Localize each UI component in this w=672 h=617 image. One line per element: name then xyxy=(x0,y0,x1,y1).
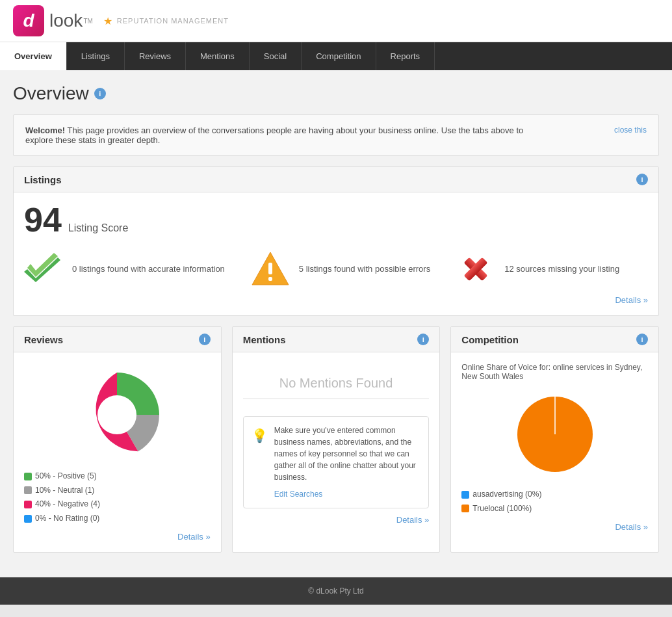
listings-body: 94 Listing Score 0 listings found with a… xyxy=(14,192,658,315)
legend-truelocal: Truelocal (100%) xyxy=(461,502,648,516)
neutral-dot xyxy=(24,486,32,494)
three-col-grid: Reviews i 50% - xyxy=(13,326,659,553)
reviews-title: Reviews xyxy=(24,334,63,345)
reviews-details-link[interactable]: Details » xyxy=(24,532,211,542)
competition-card: Competition i Online Share of Voice for:… xyxy=(450,326,659,553)
welcome-banner: Welcome! This page provides an overview … xyxy=(13,114,659,156)
warning-icon xyxy=(251,250,290,289)
mentions-divider xyxy=(243,399,430,399)
nav-overview[interactable]: Overview xyxy=(0,42,67,70)
reviews-header: Reviews i xyxy=(14,327,221,352)
mentions-card: Mentions i No Mentions Found 💡 Make sure… xyxy=(232,326,441,553)
page-title-info-icon[interactable]: i xyxy=(94,88,106,99)
truelocal-label: Truelocal (100%) xyxy=(472,504,532,513)
close-banner-button[interactable]: close this xyxy=(614,125,647,135)
nav-competition[interactable]: Competition xyxy=(302,42,376,70)
negative-label: 40% - Negative (4) xyxy=(35,499,100,508)
tip-text: Make sure you've entered common business… xyxy=(274,426,416,482)
logo: d look TM xyxy=(13,5,93,36)
logo-tm: TM xyxy=(83,18,92,25)
listings-section: Listings i 94 Listing Score 0 listings f… xyxy=(13,166,659,316)
truelocal-dot xyxy=(461,505,469,512)
mentions-tip-box: 💡 Make sure you've entered common busine… xyxy=(243,416,430,508)
reviews-card: Reviews i 50% - xyxy=(13,326,222,553)
mentions-details-link[interactable]: Details » xyxy=(243,515,430,525)
positive-dot xyxy=(24,473,32,480)
competition-subtitle: Online Share of Voice for: online servic… xyxy=(461,363,648,381)
legend-ausadvertising: ausadvertising (0%) xyxy=(461,488,648,502)
welcome-main: This page provides an overview of the co… xyxy=(25,125,523,145)
nav-social[interactable]: Social xyxy=(250,42,302,70)
listing-stat-missing: 12 sources missing your listing xyxy=(456,250,619,289)
no-mentions-text: No Mentions Found xyxy=(243,376,430,391)
competition-body: Online Share of Voice for: online servic… xyxy=(451,352,658,542)
nav-mentions[interactable]: Mentions xyxy=(186,42,250,70)
reviews-pie-chart xyxy=(24,369,211,460)
page-title-row: Overview i xyxy=(13,83,659,104)
legend-positive: 50% - Positive (5) xyxy=(24,469,211,484)
norating-label: 0% - No Rating (0) xyxy=(35,514,99,523)
reviews-legend: 50% - Positive (5) 10% - Neutral (1) 40%… xyxy=(24,469,211,525)
welcome-text: Welcome! This page provides an overview … xyxy=(25,125,545,145)
nav-listings[interactable]: Listings xyxy=(67,42,125,70)
listing-score-number: 94 xyxy=(24,203,62,237)
nav-reviews[interactable]: Reviews xyxy=(125,42,186,70)
logo-box: d xyxy=(13,5,44,36)
competition-header: Competition i xyxy=(451,327,658,352)
listing-score-label: Listing Score xyxy=(68,222,129,234)
rep-management-text: REPUTATION MANAGEMENT xyxy=(117,17,229,25)
tip-content: Make sure you've entered common business… xyxy=(274,425,421,500)
ausadv-label: ausadvertising (0%) xyxy=(472,490,541,499)
page-title: Overview xyxy=(13,83,89,104)
edit-searches-link[interactable]: Edit Searches xyxy=(274,488,421,500)
check-icon xyxy=(24,250,63,289)
positive-label: 50% - Positive (5) xyxy=(35,471,97,480)
listing-stat-accurate: 0 listings found with accurate informati… xyxy=(24,250,225,289)
listings-info-icon[interactable]: i xyxy=(636,174,648,185)
mentions-header: Mentions i xyxy=(233,327,440,352)
stat-accurate-text: 0 listings found with accurate informati… xyxy=(72,263,225,275)
competition-title: Competition xyxy=(461,334,519,345)
svg-rect-3 xyxy=(268,263,272,274)
logo-d-letter: d xyxy=(23,10,34,31)
star-icon: ★ xyxy=(103,15,113,27)
x-icon xyxy=(456,250,495,289)
listing-stats: 0 listings found with accurate informati… xyxy=(24,250,648,289)
main-content: Overview i Welcome! This page provides a… xyxy=(0,70,672,577)
logo-look-text: look xyxy=(49,10,83,31)
footer: © dLook Pty Ltd xyxy=(0,577,672,605)
neutral-label: 10% - Neutral (1) xyxy=(35,486,94,495)
header: d look TM ★ REPUTATION MANAGEMENT xyxy=(0,0,672,42)
svg-rect-4 xyxy=(268,277,272,281)
competition-details-link[interactable]: Details » xyxy=(461,522,648,532)
legend-neutral: 10% - Neutral (1) xyxy=(24,484,211,498)
no-mentions-section: No Mentions Found xyxy=(243,363,430,416)
footer-text: © dLook Pty Ltd xyxy=(308,586,364,596)
stat-missing-text: 12 sources missing your listing xyxy=(504,263,619,275)
listings-title: Listings xyxy=(24,174,62,185)
listing-score-row: 94 Listing Score xyxy=(24,203,648,237)
stat-errors-text: 5 listings found with possible errors xyxy=(299,263,430,275)
competition-info-icon[interactable]: i xyxy=(636,334,648,345)
legend-norating: 0% - No Rating (0) xyxy=(24,512,211,526)
mentions-title: Mentions xyxy=(243,334,286,345)
legend-negative: 40% - Negative (4) xyxy=(24,497,211,512)
competition-legend: ausadvertising (0%) Truelocal (100%) xyxy=(461,488,648,516)
competition-chart xyxy=(461,389,648,480)
negative-dot xyxy=(24,501,32,508)
svg-point-7 xyxy=(97,395,136,434)
listing-stat-errors: 5 listings found with possible errors xyxy=(251,250,430,289)
bulb-icon: 💡 xyxy=(252,426,268,500)
reviews-body: 50% - Positive (5) 10% - Neutral (1) 40%… xyxy=(14,352,221,552)
nav-reports[interactable]: Reports xyxy=(376,42,435,70)
ausadv-dot xyxy=(461,491,469,499)
reputation-management-label: ★ REPUTATION MANAGEMENT xyxy=(103,15,229,27)
mentions-body: No Mentions Found 💡 Make sure you've ent… xyxy=(233,352,440,535)
welcome-bold: Welcome! xyxy=(25,125,65,135)
reviews-info-icon[interactable]: i xyxy=(199,334,211,345)
listings-header: Listings i xyxy=(14,167,658,192)
navigation: Overview Listings Reviews Mentions Socia… xyxy=(0,42,672,70)
mentions-info-icon[interactable]: i xyxy=(417,334,429,345)
listings-details-link[interactable]: Details » xyxy=(24,295,648,305)
norating-dot xyxy=(24,515,32,523)
